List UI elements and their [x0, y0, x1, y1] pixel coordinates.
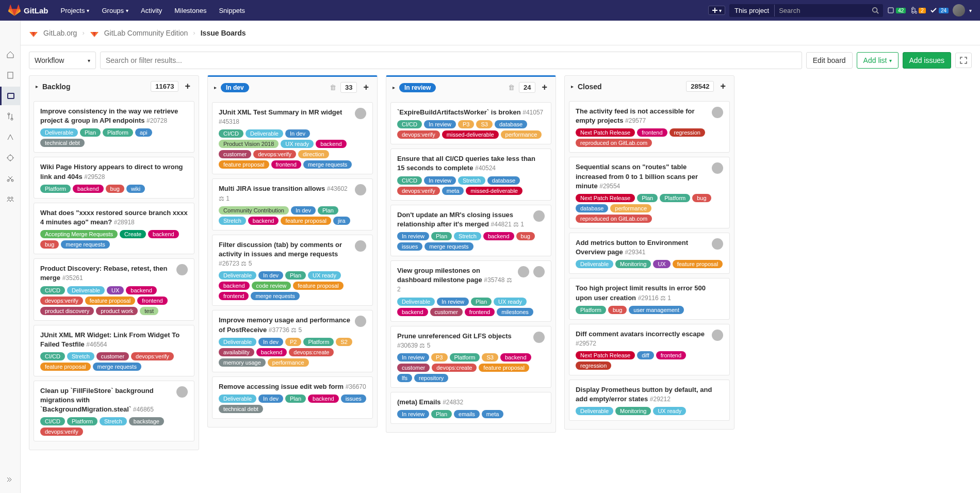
label[interactable]: database [576, 204, 608, 212]
label[interactable]: Plan [471, 298, 492, 306]
label[interactable]: merge requests [93, 363, 141, 371]
label[interactable]: bug [106, 185, 124, 193]
search-scope[interactable]: This project [729, 5, 775, 17]
label[interactable]: frontend [137, 297, 167, 305]
issue-card[interactable]: Multi JIRA issue transition allows #4360… [212, 178, 373, 230]
label[interactable]: backend [219, 282, 250, 290]
label[interactable]: CI/CD [40, 286, 65, 294]
label[interactable]: feature proposal [85, 297, 136, 305]
label[interactable]: meta [442, 187, 464, 195]
label[interactable]: In review [424, 120, 456, 128]
label[interactable]: In review [424, 176, 456, 185]
label[interactable]: UX ready [281, 140, 314, 148]
add-issue-icon[interactable]: + [718, 81, 728, 92]
label[interactable]: Deliverable [40, 128, 78, 137]
label[interactable]: frontend [637, 128, 667, 137]
label[interactable]: missed-deliverable [442, 130, 499, 139]
label[interactable]: test [140, 307, 158, 315]
label[interactable]: customer [397, 364, 430, 372]
label[interactable]: Deliverable [246, 129, 283, 138]
issue-card[interactable]: JUnit XML Test Summary in MR widget #453… [212, 102, 373, 174]
add-list-button[interactable]: Add list ▾ [857, 52, 899, 69]
label[interactable]: devops:create [432, 364, 477, 372]
label[interactable]: Deliverable [576, 407, 613, 415]
issue-card[interactable]: Filter discussion (tab) by comments or a… [212, 235, 373, 306]
label[interactable]: Plan [637, 194, 658, 202]
label[interactable]: Plan [431, 232, 452, 240]
search-icon[interactable] [868, 7, 883, 14]
label[interactable]: UX ready [494, 298, 527, 306]
label[interactable]: Platform [303, 338, 334, 346]
label[interactable]: Deliverable [219, 395, 256, 403]
label[interactable]: feature proposal [479, 364, 529, 372]
issue-card[interactable]: (meta) Emails #24832In reviewPlanemailsm… [390, 392, 551, 424]
sidebar-members[interactable] [0, 190, 21, 208]
issue-card[interactable]: Too high project limit results in error … [569, 278, 730, 319]
label[interactable]: S3 [482, 353, 498, 361]
label[interactable]: feature proposal [673, 260, 723, 268]
label[interactable]: repository [414, 374, 448, 382]
label[interactable]: customer [430, 308, 463, 316]
label[interactable]: bug [608, 306, 627, 314]
collapse-icon[interactable]: ▸ [571, 84, 574, 89]
assignee-avatar[interactable] [712, 162, 723, 174]
label[interactable]: Stretch [67, 352, 94, 360]
label[interactable]: regression [669, 128, 705, 137]
label[interactable]: Monitoring [615, 407, 651, 415]
label[interactable]: Deliverable [219, 271, 256, 280]
label[interactable]: In review [397, 410, 429, 418]
issue-card[interactable]: `ExpireBuildArtifactsWorker` is broken #… [390, 102, 551, 144]
label[interactable]: Plan [285, 395, 306, 403]
label[interactable]: customer [219, 150, 251, 158]
label[interactable]: memory usage [219, 358, 266, 367]
label[interactable]: UX [107, 286, 124, 294]
label[interactable]: CI/CD [397, 176, 422, 185]
label[interactable]: technical debt [40, 139, 85, 147]
label[interactable]: In dev [291, 206, 316, 215]
label[interactable]: lfs [397, 374, 412, 382]
label[interactable]: code review [252, 282, 291, 290]
label[interactable]: performance [268, 358, 309, 367]
label[interactable]: UX [653, 260, 670, 268]
sidebar-home[interactable] [0, 45, 21, 64]
assignee-avatar[interactable] [533, 332, 545, 343]
label[interactable]: frontend [271, 160, 301, 169]
label[interactable]: devops:create [289, 348, 334, 356]
label[interactable]: feature proposal [293, 282, 344, 290]
label[interactable]: Deliverable [397, 298, 435, 306]
assignee-avatar[interactable] [355, 184, 366, 195]
label[interactable]: Stretch [458, 176, 485, 185]
issue-card[interactable]: The activity feed is not accessible for … [569, 101, 730, 153]
label[interactable]: database [495, 120, 527, 128]
label[interactable]: backend [248, 217, 279, 225]
label[interactable]: In dev [258, 338, 283, 346]
assignee-avatar[interactable] [712, 330, 723, 341]
label[interactable]: performance [501, 130, 542, 139]
label[interactable]: reproduced on GitLab.com [576, 215, 652, 223]
label[interactable]: In dev [285, 129, 310, 138]
label[interactable]: In review [397, 232, 429, 240]
label[interactable]: Community Contribution [219, 206, 289, 215]
label[interactable]: availability [219, 348, 254, 356]
issue-card[interactable]: Improve consistency in the way we retrie… [34, 101, 194, 153]
label[interactable]: devops:verify [40, 428, 83, 436]
label[interactable]: backend [73, 185, 104, 193]
sidebar-cicd[interactable] [0, 128, 21, 146]
assignee-avatar[interactable] [176, 264, 188, 275]
label[interactable]: merge requests [251, 292, 299, 300]
label[interactable]: diff [637, 351, 654, 359]
label[interactable]: Next Patch Release [576, 351, 635, 359]
collapse-icon[interactable]: ▸ [214, 85, 217, 90]
label[interactable]: Plan [431, 410, 452, 418]
label[interactable]: S3 [476, 120, 492, 128]
assignee-avatar[interactable] [355, 240, 366, 252]
assignee-avatar[interactable] [533, 266, 545, 277]
label[interactable]: backstage [129, 417, 164, 425]
label[interactable]: feature proposal [40, 363, 91, 371]
label[interactable]: Platform [40, 185, 71, 193]
label[interactable]: Deliverable [576, 260, 613, 268]
label[interactable]: S2 [336, 338, 352, 346]
nav-milestones[interactable]: Milestones [168, 7, 213, 14]
label[interactable]: In dev [258, 271, 283, 280]
issue-card[interactable]: Clean up `FillFileStore` background migr… [34, 381, 194, 442]
